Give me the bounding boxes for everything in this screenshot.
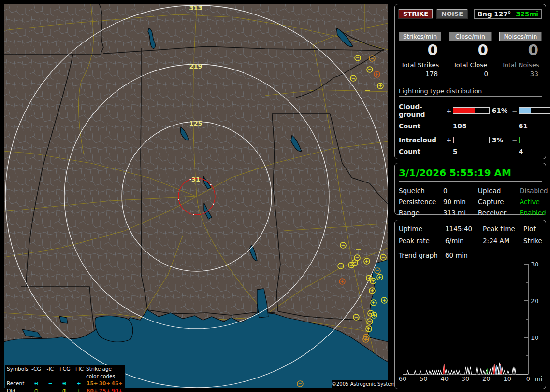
copyright-label: ©2005 Astrogenic Systems xyxy=(332,380,388,388)
legend-symbol: − xyxy=(43,380,57,387)
lightning-distribution: Lightning type distribution Cloud-ground… xyxy=(399,87,542,155)
legend-symbol: ⊖ xyxy=(29,387,43,392)
legend-symbol: ⊖ xyxy=(29,380,43,387)
strike-counters-panel: STRIKE NOISE Bng 127° 325mi Strikes/min0… xyxy=(394,4,546,159)
stat-cell: 6/min xyxy=(445,237,483,245)
svg-text:30: 30 xyxy=(462,375,470,382)
distribution-count-row: Count54 xyxy=(399,148,542,155)
counter-header-button[interactable]: Close/min xyxy=(449,32,492,41)
stat-cell: 1145:40 xyxy=(445,225,483,233)
age-code: 75+ xyxy=(99,387,111,392)
svg-text:10: 10 xyxy=(503,375,511,382)
positive-bar xyxy=(453,107,490,114)
legend-symbol: + xyxy=(72,387,86,392)
positive-bar xyxy=(453,137,490,143)
status-label: Upload xyxy=(478,187,520,195)
status-value: Disabled xyxy=(520,187,548,195)
status-label: Persistence xyxy=(399,198,443,206)
total-label: Total Close xyxy=(449,61,492,69)
age-code: 15+ xyxy=(86,380,99,387)
total-label: Total Strikes xyxy=(399,61,441,69)
age-code: 30+ xyxy=(99,380,111,387)
status-label: Receiver xyxy=(478,209,520,217)
counter-column: Strikes/min0Total Strikes178 xyxy=(399,32,441,78)
stat-cell: Strike xyxy=(523,237,542,245)
stats-grid: Uptime1145:40Peak timePlotPeak rate6/min… xyxy=(399,225,542,245)
stat-cell: Uptime xyxy=(399,225,445,233)
total-label: Total Noises xyxy=(499,61,542,69)
bearing-value: Bng 127° xyxy=(478,10,511,18)
status-value: Enabled xyxy=(520,209,548,217)
negative-bar xyxy=(519,137,550,143)
svg-text:20: 20 xyxy=(531,297,539,305)
age-code: 90+ xyxy=(111,387,123,392)
stat-cell: Plot xyxy=(523,225,542,233)
stat-cell: 2:24 AM xyxy=(483,237,523,245)
ring-distance-label: 125 xyxy=(189,120,202,127)
strike-trend-chart: 1020306050403020100min xyxy=(399,261,543,383)
svg-text:0: 0 xyxy=(526,375,530,382)
svg-text:20: 20 xyxy=(482,375,491,382)
svg-text:50: 50 xyxy=(420,375,428,382)
age-code: 60+ xyxy=(86,387,99,392)
distribution-row: Intracloud+3%−2% xyxy=(399,136,542,144)
nexstorm-app-window: 31321912531 Symbols-CG-IC+CG+ICStrike ag… xyxy=(0,0,550,392)
strike-mode-button[interactable]: STRIKE xyxy=(399,9,433,18)
stats-trend-panel: Uptime1145:40Peak timePlotPeak rate6/min… xyxy=(394,220,546,389)
status-value: 90 min xyxy=(443,198,478,206)
legend-symbol: + xyxy=(72,380,86,387)
distribution-title: Lightning type distribution xyxy=(399,87,542,97)
status-panel: 3/1/2026 5:55:19 AM Squelch0UploadDisabl… xyxy=(394,163,546,215)
svg-text:60: 60 xyxy=(399,375,406,382)
noise-mode-button[interactable]: NOISE xyxy=(437,9,467,18)
stat-cell: Peak rate xyxy=(399,237,445,245)
ring-distance-label: 313 xyxy=(189,4,202,12)
age-code: 45+ xyxy=(111,380,123,387)
svg-text:30: 30 xyxy=(531,261,539,268)
status-label: Range xyxy=(399,209,443,217)
trend-graph-label: Trend graph xyxy=(399,252,445,259)
counter-column: Close/min0Total Close0 xyxy=(449,32,492,78)
status-value: Active xyxy=(520,198,548,206)
bearing-range-readout: Bng 127° 325mi xyxy=(474,9,542,19)
status-label: Capture xyxy=(478,198,520,206)
lightning-map[interactable]: 31321912531 Symbols-CG-IC+CG+ICStrike ag… xyxy=(4,4,388,388)
rate-value: 0 xyxy=(499,42,542,58)
status-label: Squelch xyxy=(399,187,443,195)
bearing-distance: 325mi xyxy=(516,10,538,18)
map-canvas: 31321912531 xyxy=(4,4,388,388)
svg-text:min: min xyxy=(535,375,543,382)
legend-symbol: ⊕ xyxy=(57,387,72,392)
rate-value: 0 xyxy=(399,42,441,58)
legend-symbol: ⊕ xyxy=(57,380,72,387)
status-value: 313 mi xyxy=(443,209,478,217)
counter-column: Noises/min0Total Noises33 xyxy=(499,32,542,78)
svg-text:10: 10 xyxy=(531,334,539,341)
status-grid: Squelch0UploadDisabledPersistence90 minC… xyxy=(399,187,542,217)
distribution-count-row: Count10861 xyxy=(399,122,542,130)
stat-cell: Peak time xyxy=(483,225,523,233)
trend-graph-window: 60 min xyxy=(445,252,542,259)
total-value: 0 xyxy=(449,70,492,78)
legend-symbol: − xyxy=(43,387,57,392)
rate-value: 0 xyxy=(449,42,492,58)
datetime-readout: 3/1/2026 5:55:19 AM xyxy=(399,167,542,182)
ring-distance-label: 31 xyxy=(191,176,200,183)
distribution-row: Cloud-ground+61%−34% xyxy=(399,103,542,118)
counter-header-button[interactable]: Noises/min xyxy=(499,32,542,41)
status-value: 0 xyxy=(443,187,478,195)
svg-text:40: 40 xyxy=(440,375,449,382)
rate-counters: Strikes/min0Total Strikes178Close/min0To… xyxy=(399,32,542,78)
counter-header-button[interactable]: Strikes/min xyxy=(399,32,441,41)
total-value: 33 xyxy=(499,70,542,78)
symbol-legend: Symbols-CG-IC+CG+ICStrike age color code… xyxy=(5,365,125,390)
total-value: 178 xyxy=(399,70,441,78)
negative-bar xyxy=(519,107,550,114)
ring-distance-label: 219 xyxy=(189,63,202,70)
